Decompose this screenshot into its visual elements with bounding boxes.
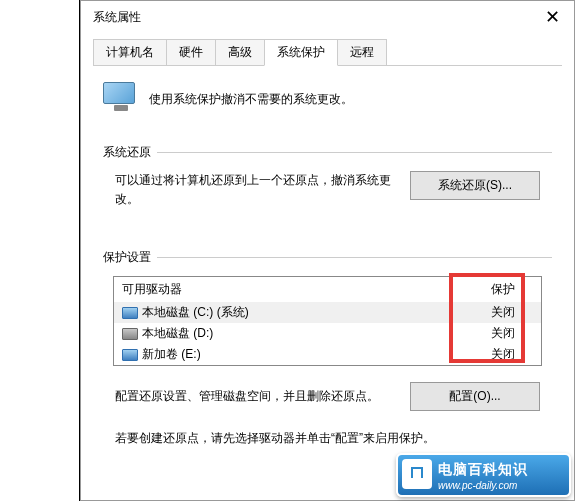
drive-label: 本地磁盘 (D:): [142, 325, 213, 342]
drive-name-cell: 本地磁盘 (C:) (系统): [122, 304, 473, 321]
restore-section-title: 系统还原: [103, 144, 552, 161]
intro-row: 使用系统保护撤消不需要的系统更改。: [103, 82, 552, 116]
config-row: 配置还原设置、管理磁盘空间，并且删除还原点。 配置(O)...: [103, 376, 552, 427]
configure-button[interactable]: 配置(O)...: [410, 382, 540, 411]
watermark-title: 电脑百科知识: [438, 461, 555, 479]
tab-content: 使用系统保护撤消不需要的系统更改。 系统还原 可以通过将计算机还原到上一个还原点…: [81, 66, 574, 461]
close-icon[interactable]: ✕: [542, 7, 562, 27]
drive-status-cell: 关闭: [473, 346, 533, 363]
restore-section-label: 系统还原: [103, 144, 151, 161]
drives-header-protection: 保护: [473, 281, 533, 298]
tab-computer-name[interactable]: 计算机名: [93, 39, 167, 65]
restore-description: 可以通过将计算机还原到上一个还原点，撤消系统更改。: [115, 171, 410, 209]
protection-section-label: 保护设置: [103, 249, 151, 266]
tab-hardware[interactable]: 硬件: [166, 39, 216, 65]
watermark-url: www.pc-daily.com: [438, 480, 555, 491]
drive-row[interactable]: 新加卷 (E:) 关闭: [114, 344, 541, 365]
drive-status-cell: 关闭: [473, 325, 533, 342]
create-restore-point-text: 若要创建还原点，请先选择驱动器并单击“配置”来启用保护。: [103, 427, 552, 449]
monitor-icon: [103, 82, 139, 116]
disk-icon: [122, 349, 138, 361]
protection-section-title: 保护设置: [103, 249, 552, 266]
system-restore-button[interactable]: 系统还原(S)...: [410, 171, 540, 200]
restore-row: 可以通过将计算机还原到上一个还原点，撤消系统更改。 系统还原(S)...: [103, 171, 552, 209]
tab-system-protection[interactable]: 系统保护: [264, 39, 338, 66]
drive-name-cell: 新加卷 (E:): [122, 346, 473, 363]
intro-text: 使用系统保护撤消不需要的系统更改。: [149, 90, 353, 108]
watermark: 电脑百科知识 www.pc-daily.com: [396, 453, 571, 497]
window-title: 系统属性: [93, 9, 141, 26]
config-description: 配置还原设置、管理磁盘空间，并且删除还原点。: [115, 388, 410, 405]
drive-label: 本地磁盘 (C:) (系统): [142, 304, 249, 321]
watermark-icon: [402, 459, 432, 489]
drive-row[interactable]: 本地磁盘 (C:) (系统) 关闭: [114, 302, 541, 323]
system-properties-dialog: 系统属性 ✕ 计算机名 硬件 高级 系统保护 远程 使用系统保护撤消不需要的系统…: [80, 0, 575, 501]
tab-advanced[interactable]: 高级: [215, 39, 265, 65]
drive-label: 新加卷 (E:): [142, 346, 201, 363]
title-bar: 系统属性 ✕: [81, 1, 574, 33]
tab-remote[interactable]: 远程: [337, 39, 387, 65]
left-sidebar: [0, 0, 80, 501]
drive-row[interactable]: 本地磁盘 (D:) 关闭: [114, 323, 541, 344]
disk-icon: [122, 307, 138, 319]
drives-listbox[interactable]: 可用驱动器 保护 本地磁盘 (C:) (系统) 关闭 本地磁盘 (D:) 关闭: [113, 276, 542, 366]
drive-status-cell: 关闭: [473, 304, 533, 321]
drives-header: 可用驱动器 保护: [114, 277, 541, 302]
drives-header-name: 可用驱动器: [122, 281, 473, 298]
drive-name-cell: 本地磁盘 (D:): [122, 325, 473, 342]
disk-icon: [122, 328, 138, 340]
tabs-bar: 计算机名 硬件 高级 系统保护 远程: [93, 39, 562, 66]
